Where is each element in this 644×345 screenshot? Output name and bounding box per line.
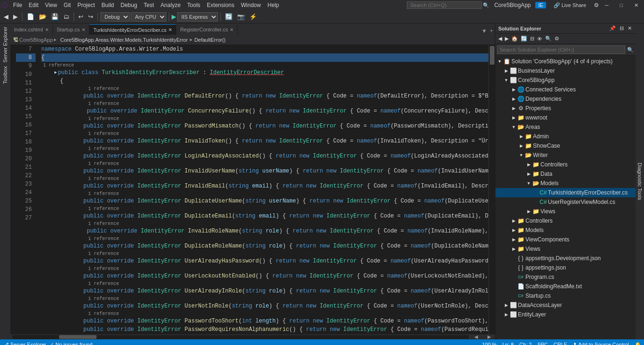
- save-btn[interactable]: 💾: [49, 12, 60, 21]
- sol-home-btn[interactable]: 🏠: [510, 35, 519, 42]
- code-content[interactable]: namespace Core5BlogApp.Areas.Writer.Mode…: [39, 45, 488, 334]
- tree-scaffolding-readme[interactable]: ▶ 📄 ScaffoldingReadMe.txt: [495, 282, 636, 291]
- menu-edit[interactable]: Edit: [26, 1, 41, 9]
- cpu-dropdown[interactable]: Any CPU: [131, 12, 166, 22]
- close-btn[interactable]: ✕: [630, 2, 642, 8]
- forward-btn[interactable]: ▶: [11, 12, 20, 21]
- toolbox-btn[interactable]: Toolbox: [1, 65, 9, 85]
- prev-page-btn[interactable]: ◀: [474, 334, 478, 339]
- screenshot-btn[interactable]: 📷: [235, 12, 247, 21]
- dock-btn[interactable]: ⊟: [619, 25, 625, 32]
- tree-models[interactable]: ▶ 📁 Models: [495, 225, 636, 235]
- sol-filter-btn[interactable]: 🔍: [544, 35, 553, 42]
- menu-file[interactable]: File: [10, 1, 25, 9]
- tree-admin[interactable]: ▶ 📁 Admin: [495, 132, 636, 141]
- tab-index-cshtml[interactable]: Index.cshtml ✕: [10, 24, 53, 35]
- tree-solution-root[interactable]: ▼ 📋 Solution 'Core5BlogApp' (4 of 4 proj…: [495, 57, 636, 66]
- maximize-btn[interactable]: □: [616, 2, 627, 8]
- tree-writer[interactable]: ▼ 📂 Writer: [495, 150, 636, 160]
- project-dropdown[interactable]: 🏗 Core5BlogApp ▸: [13, 37, 57, 43]
- tree-business-layer[interactable]: ▶ ⬜ BusinessLayer: [495, 66, 636, 75]
- tree-viewcomponents[interactable]: ▶ 📁 ViewComponents: [495, 235, 636, 244]
- pin-btn[interactable]: 📌: [608, 25, 617, 32]
- live-share-btn[interactable]: 🔗 Live Share: [550, 2, 590, 8]
- sol-settings-btn[interactable]: ⚙: [554, 35, 560, 42]
- close-tab-icon[interactable]: ✕: [168, 27, 172, 32]
- tab-turkish-identity[interactable]: TurkishIdentityErrorDescriber.cs ✕: [90, 24, 176, 35]
- new-tab-btn[interactable]: +: [488, 28, 495, 35]
- zoom-level[interactable]: 100 %: [482, 342, 496, 345]
- next-page-btn[interactable]: ▶: [487, 334, 491, 339]
- minimize-btn[interactable]: ─: [601, 2, 613, 8]
- menu-analyze[interactable]: Analyze: [158, 1, 184, 9]
- h-scrollbar-thumb[interactable]: [59, 335, 97, 339]
- sol-back-btn[interactable]: ◀: [497, 35, 503, 42]
- iis-dropdown[interactable]: IIS Express: [177, 12, 218, 22]
- tree-writer-models[interactable]: ▼ 📂 Models: [495, 179, 636, 188]
- horizontal-scrollbar[interactable]: [12, 335, 469, 339]
- collapse-btn-9[interactable]: ▶: [54, 68, 57, 77]
- menu-view[interactable]: View: [42, 1, 60, 9]
- back-btn[interactable]: ◀: [2, 12, 10, 21]
- sol-collapse-btn[interactable]: ⊟: [529, 35, 535, 42]
- open-btn[interactable]: 📂: [37, 12, 48, 21]
- tree-writer-controllers[interactable]: ▶ 📁 Controllers: [495, 160, 636, 169]
- tree-program-cs[interactable]: ▶ C# Program.cs: [495, 272, 636, 282]
- col-position[interactable]: Ch: 2: [519, 342, 532, 345]
- user-avatar[interactable]: IE: [535, 2, 546, 8]
- path-namespace[interactable]: Core5BlogApp.Areas.Writer.Models.Turkish…: [60, 37, 188, 43]
- tree-properties[interactable]: ▶ ⚙ Properties: [495, 104, 636, 113]
- menu-test[interactable]: Test: [141, 1, 157, 9]
- menu-tools[interactable]: Tools: [184, 1, 203, 9]
- scrollbar-thumb[interactable]: [490, 46, 494, 65]
- undo-btn[interactable]: ↩: [76, 12, 85, 21]
- tree-startup-cs[interactable]: ▶ C# Startup.cs: [495, 291, 636, 300]
- sol-forward-btn[interactable]: ▶: [504, 35, 509, 42]
- save-all-btn[interactable]: 🗂: [61, 12, 71, 21]
- close-tab-icon[interactable]: ✕: [82, 27, 85, 32]
- redo-btn[interactable]: ↪: [86, 12, 95, 21]
- menu-git[interactable]: Git: [61, 1, 74, 9]
- close-tab-icon[interactable]: ✕: [45, 27, 49, 32]
- tab-startup-cs[interactable]: Startup.cs ✕: [53, 24, 90, 35]
- settings-icon[interactable]: ⚙: [594, 2, 598, 8]
- tree-data-access-layer[interactable]: ▶ ⬜ DataAccessLayer: [495, 300, 636, 310]
- git-status[interactable]: ⎇ Server Explorer: [3, 342, 46, 345]
- menu-search-input[interactable]: [407, 1, 482, 9]
- menu-window[interactable]: Window: [238, 1, 264, 9]
- tree-core5blogapp[interactable]: ▼ ⬜ Core5BlogApp: [495, 75, 636, 85]
- tree-showcase[interactable]: ▶ 📁 ShowCase: [495, 141, 636, 150]
- sol-refresh-btn[interactable]: 🔄: [520, 35, 528, 42]
- menu-help[interactable]: Help: [265, 1, 282, 9]
- tree-writer-data[interactable]: ▶ 📁 Data: [495, 169, 636, 179]
- tree-turkish-identity-file[interactable]: ▶ C# TurkishIdentityErrorDescriber.cs: [495, 188, 636, 197]
- vertical-scrollbar[interactable]: [488, 45, 495, 334]
- menu-debug[interactable]: Debug: [118, 1, 140, 9]
- menu-extensions[interactable]: Extensions: [204, 1, 237, 9]
- no-issues-status[interactable]: ✓ No issues found: [50, 342, 92, 345]
- tree-user-register-file[interactable]: ▶ C# UserRegisterViewModel.cs: [495, 197, 636, 207]
- menu-project[interactable]: Project: [75, 1, 97, 9]
- tree-wwwroot[interactable]: ▶ 📁 wwwroot: [495, 113, 636, 122]
- debug-mode-dropdown[interactable]: Debug: [100, 12, 130, 22]
- source-control-btn[interactable]: ⬆ Add to Source Control: [573, 342, 629, 345]
- perf-btn[interactable]: ⚡: [247, 12, 259, 21]
- refresh-btn[interactable]: 🔄: [223, 12, 234, 21]
- path-method[interactable]: DefaultError(): [195, 37, 226, 43]
- tree-dependencies[interactable]: ▶ 🌐 Dependencies: [495, 94, 636, 104]
- tab-dropdown-btn[interactable]: ▼: [481, 28, 488, 35]
- close-tab-icon[interactable]: ✕: [230, 27, 233, 32]
- tab-register-controller[interactable]: RegisterController.cs ✕: [176, 24, 238, 35]
- new-project-btn[interactable]: 📄: [25, 12, 36, 21]
- menu-build[interactable]: Build: [99, 1, 117, 9]
- diagnostic-tools-tab[interactable]: Diagnostic Tools: [636, 23, 644, 339]
- crlf-indicator[interactable]: CRLF: [554, 342, 567, 345]
- tree-appsettings[interactable]: ▶ { } appsettings.json: [495, 263, 636, 272]
- sol-search-input[interactable]: [497, 45, 625, 54]
- sol-show-all-btn[interactable]: 👁: [536, 36, 543, 42]
- spaces-indicator[interactable]: SPC: [537, 342, 548, 345]
- notification-bell[interactable]: 🔔: [635, 342, 641, 345]
- tree-writer-views[interactable]: ▶ 📁 Views: [495, 207, 636, 216]
- tree-connected-services[interactable]: ▶ 🌐 Connected Services: [495, 85, 636, 94]
- tree-views[interactable]: ▶ 📁 Views: [495, 244, 636, 254]
